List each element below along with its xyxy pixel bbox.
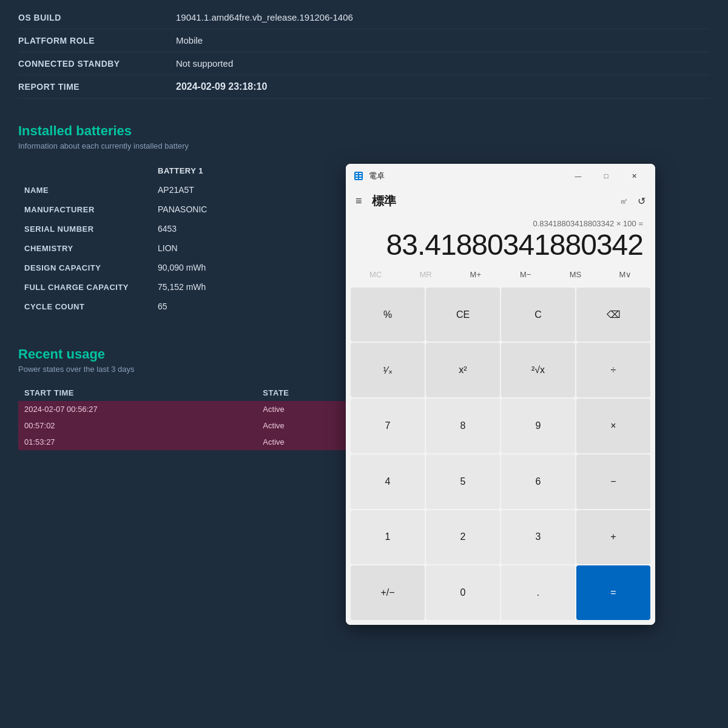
memory-row: MCMRM+M−MSM∨ — [346, 264, 655, 285]
window-controls: — □ ✕ — [564, 166, 648, 186]
report-time-label: REPORT TIME — [18, 82, 176, 92]
battery-row-label: MANUFACTURER — [18, 200, 152, 219]
maximize-button[interactable]: □ — [592, 166, 620, 186]
operator-button[interactable]: C — [501, 288, 575, 342]
operator-button[interactable]: ÷ — [576, 343, 650, 397]
number-button[interactable]: 4 — [351, 454, 425, 509]
hamburger-icon[interactable]: ≡ — [356, 195, 362, 207]
number-button[interactable]: 6 — [501, 454, 575, 509]
number-button[interactable]: 8 — [426, 399, 500, 453]
col-start-time: START TIME — [18, 385, 257, 401]
platform-role-row: PLATFORM ROLE Mobile — [18, 29, 710, 52]
number-button[interactable]: 2 — [426, 510, 500, 565]
os-build-value: 19041.1.amd64fre.vb_release.191206-1406 — [176, 12, 353, 22]
operator-button[interactable]: ²√x — [501, 343, 575, 397]
equals-button[interactable]: = — [576, 565, 650, 620]
recent-usage-table: START TIME STATE 2024-02-07 00:56:27Acti… — [18, 385, 364, 450]
operator-button[interactable]: ⌫ — [576, 288, 650, 342]
report-time-row: REPORT TIME 2024-02-09 23:18:10 — [18, 75, 710, 99]
operator-button[interactable]: +/− — [351, 565, 425, 620]
calc-title: 電卓 — [369, 170, 564, 181]
operator-button[interactable]: − — [576, 454, 650, 509]
mode-icon: ㎡ — [620, 196, 628, 207]
battery-row-label: DESIGN CAPACITY — [18, 258, 152, 277]
battery-row-label: NAME — [18, 180, 152, 200]
batteries-title: Installed batteries — [18, 123, 710, 139]
calc-buttons: %CEC⌫¹⁄ₓx²²√x÷789×456−123++/−0.= — [346, 285, 655, 625]
number-button[interactable]: . — [501, 565, 575, 620]
calculator-window: 電卓 — □ ✕ ≡ 標準 ㎡ ↺ 0.83418803418803342 × … — [346, 164, 655, 625]
memory-button[interactable]: MS — [550, 266, 600, 283]
operator-button[interactable]: x² — [426, 343, 500, 397]
number-button[interactable]: 5 — [426, 454, 500, 509]
connected-standby-row: CONNECTED STANDBY Not supported — [18, 52, 710, 75]
calc-titlebar: 電卓 — □ ✕ — [346, 164, 655, 188]
history-icon[interactable]: ↺ — [638, 195, 645, 207]
batteries-subtitle: Information about each currently install… — [18, 141, 710, 150]
number-button[interactable]: 1 — [351, 510, 425, 565]
battery-row-label: FULL CHARGE CAPACITY — [18, 277, 152, 297]
number-button[interactable]: 3 — [501, 510, 575, 565]
memory-button[interactable]: M− — [500, 266, 550, 283]
svg-rect-1 — [356, 173, 358, 174]
os-build-label: OS BUILD — [18, 13, 176, 22]
usage-start: 00:57:02 — [18, 417, 257, 434]
calc-result: 83.41880341880342 — [358, 229, 643, 261]
battery-row-label: SERIAL NUMBER — [18, 219, 152, 238]
memory-button[interactable]: M+ — [451, 266, 500, 283]
operator-button[interactable]: CE — [426, 288, 500, 342]
table-row: 2024-02-07 00:56:27Active — [18, 401, 364, 417]
close-button[interactable]: ✕ — [620, 166, 648, 186]
operator-button[interactable]: × — [576, 399, 650, 453]
svg-rect-5 — [356, 178, 358, 179]
connected-standby-value: Not supported — [176, 58, 233, 69]
calc-display: 0.83418803418803342 × 100 = 83.418803418… — [346, 214, 655, 264]
battery-row-label: CHEMISTRY — [18, 238, 152, 258]
memory-button[interactable]: M∨ — [601, 266, 650, 283]
platform-role-value: Mobile — [176, 35, 203, 46]
usage-start: 2024-02-07 00:56:27 — [18, 401, 257, 417]
os-build-row: OS BUILD 19041.1.amd64fre.vb_release.191… — [18, 6, 710, 29]
calc-mode-title: 標準 — [372, 193, 620, 209]
memory-button: MR — [400, 266, 450, 283]
platform-role-label: PLATFORM ROLE — [18, 36, 176, 46]
svg-rect-2 — [359, 173, 362, 174]
number-button[interactable]: 0 — [426, 565, 500, 620]
minimize-button[interactable]: — — [564, 166, 592, 186]
calc-expression: 0.83418803418803342 × 100 = — [358, 219, 643, 228]
svg-rect-3 — [356, 175, 358, 177]
operator-button[interactable]: % — [351, 288, 425, 342]
usage-start: 01:53:27 — [18, 434, 257, 450]
table-row: 00:57:02Active — [18, 417, 364, 434]
calc-header: ≡ 標準 ㎡ ↺ — [346, 188, 655, 214]
battery-row-label: CYCLE COUNT — [18, 297, 152, 316]
svg-rect-4 — [359, 175, 362, 177]
operator-button[interactable]: ¹⁄ₓ — [351, 343, 425, 397]
calculator-app-icon — [353, 170, 364, 181]
table-row: 01:53:27Active — [18, 434, 364, 450]
memory-button: MC — [351, 266, 400, 283]
svg-rect-6 — [359, 178, 362, 179]
number-button[interactable]: 9 — [501, 399, 575, 453]
report-time-value: 2024-02-09 23:18:10 — [176, 81, 267, 92]
number-button[interactable]: 7 — [351, 399, 425, 453]
operator-button[interactable]: + — [576, 510, 650, 565]
connected-standby-label: CONNECTED STANDBY — [18, 59, 176, 69]
